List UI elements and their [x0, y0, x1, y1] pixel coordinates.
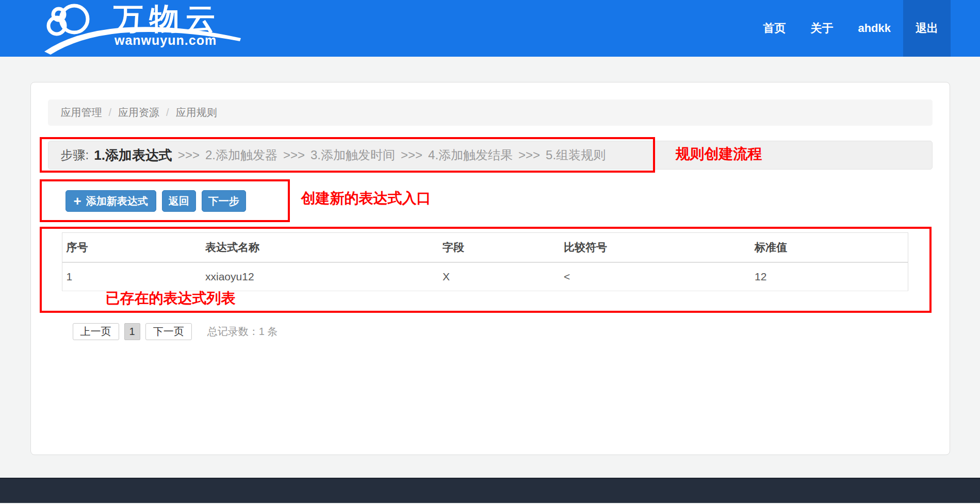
step-current-add-expression: 1.添加表达式 [94, 146, 172, 164]
cell-expression: xxiaoyu12 [201, 262, 438, 291]
table-row: 1 xxiaoyu12 X < 12 [62, 262, 908, 291]
nav-item-logout[interactable]: 退出 [903, 0, 951, 57]
cell-index: 1 [62, 262, 201, 291]
breadcrumb-item-app-management[interactable]: 应用管理 [61, 106, 102, 120]
top-header: 万物云 wanwuyun.com 首页 关于 ahdkk 退出 [0, 0, 980, 57]
breadcrumb-item-app-rule[interactable]: 应用规则 [176, 106, 217, 120]
step-separator: >>> [283, 148, 305, 162]
nav-item-username[interactable]: ahdkk [845, 0, 903, 57]
breadcrumb-item-app-resource[interactable]: 应用资源 [118, 106, 159, 120]
content-card: 应用管理 / 应用资源 / 应用规则 步骤: 1.添加表达式 >>> 2.添加触… [30, 82, 950, 455]
breadcrumb-separator: / [109, 107, 112, 119]
pagination: 上一页 1 下一页 总记录数：1 条 [73, 323, 933, 340]
toolbar: + 添加新表达式 返回 下一步 [66, 190, 933, 212]
next-step-button[interactable]: 下一步 [202, 190, 246, 212]
table-header-row: 序号 表达式名称 字段 比较符号 标准值 [62, 233, 908, 263]
step-separator: >>> [401, 148, 422, 162]
total-records-text: 总记录数：1 条 [207, 325, 278, 339]
logo-subtitle: wanwuyun.com [115, 33, 217, 48]
column-header-index: 序号 [62, 233, 201, 263]
breadcrumb-separator: / [166, 107, 169, 119]
steps-prefix: 步骤: [61, 147, 89, 163]
steps-bar: 步骤: 1.添加表达式 >>> 2.添加触发器 >>> 3.添加触发时间 >>>… [48, 141, 933, 170]
breadcrumb: 应用管理 / 应用资源 / 应用规则 [48, 99, 933, 126]
plus-icon: + [74, 194, 81, 208]
column-header-comparator: 比较符号 [560, 233, 750, 263]
step-assemble-rule: 5.组装规则 [546, 147, 606, 163]
add-expression-label: 添加新表达式 [86, 194, 148, 208]
step-add-trigger-time: 3.添加触发时间 [311, 147, 395, 163]
step-add-trigger-result: 4.添加触发结果 [428, 147, 513, 163]
page-footer [0, 478, 980, 503]
column-header-field: 字段 [438, 233, 560, 263]
cell-field: X [438, 262, 560, 291]
nav-item-home[interactable]: 首页 [750, 0, 798, 57]
main-nav: 首页 关于 ahdkk 退出 [750, 0, 951, 57]
column-header-expression: 表达式名称 [201, 233, 438, 263]
current-page-number[interactable]: 1 [124, 323, 140, 340]
next-page-button[interactable]: 下一页 [145, 323, 192, 340]
back-button[interactable]: 返回 [162, 190, 196, 212]
cell-comparator: < [560, 262, 750, 291]
expressions-table: 序号 表达式名称 字段 比较符号 标准值 1 xxiaoyu12 X < 12 [62, 232, 908, 291]
step-add-trigger: 2.添加触发器 [205, 147, 277, 163]
step-separator: >>> [518, 148, 540, 162]
cell-standard: 12 [750, 262, 908, 291]
annotation-label-existing-list: 已存在的表达式列表 [106, 289, 236, 308]
column-header-standard: 标准值 [750, 233, 908, 263]
step-separator: >>> [178, 148, 200, 162]
logo[interactable]: 万物云 wanwuyun.com [37, 0, 259, 57]
add-expression-button[interactable]: + 添加新表达式 [66, 190, 156, 212]
prev-page-button[interactable]: 上一页 [73, 323, 119, 340]
nav-item-about[interactable]: 关于 [798, 0, 845, 57]
